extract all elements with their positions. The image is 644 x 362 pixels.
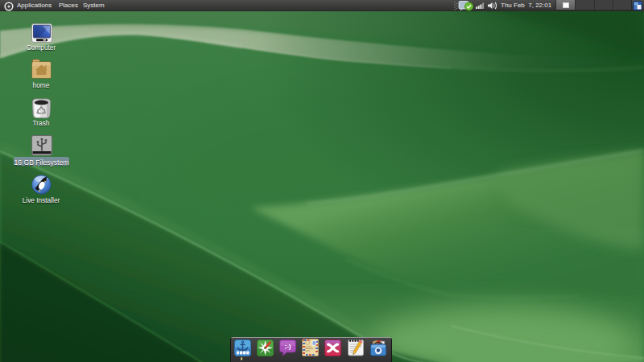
svg-text:;-): ;-) (285, 343, 291, 350)
